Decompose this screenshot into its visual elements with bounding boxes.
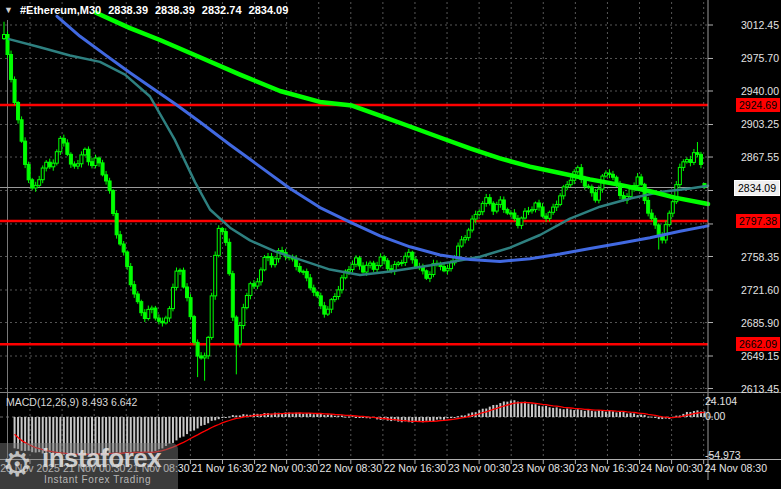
- instaforex-brand-text: instaforex: [42, 443, 161, 474]
- candlestick-series: [3, 22, 706, 381]
- instaforex-watermark: ⚙ instaforex Instant Forex Trading: [0, 443, 178, 489]
- ma-teal-fast: [9, 39, 708, 275]
- trading-terminal-chart: ▼ #Ethereum,M30 2838.39 2838.39 2832.74 …: [0, 0, 781, 489]
- ma-green-slow: [96, 13, 708, 204]
- instaforex-logo-icon: ⚙: [2, 444, 32, 484]
- grid-layer: [0, 2, 707, 458]
- instaforex-tagline: Instant Forex Trading: [44, 474, 151, 485]
- price-chart-canvas[interactable]: [0, 0, 781, 489]
- moving-averages-layer: [9, 13, 708, 275]
